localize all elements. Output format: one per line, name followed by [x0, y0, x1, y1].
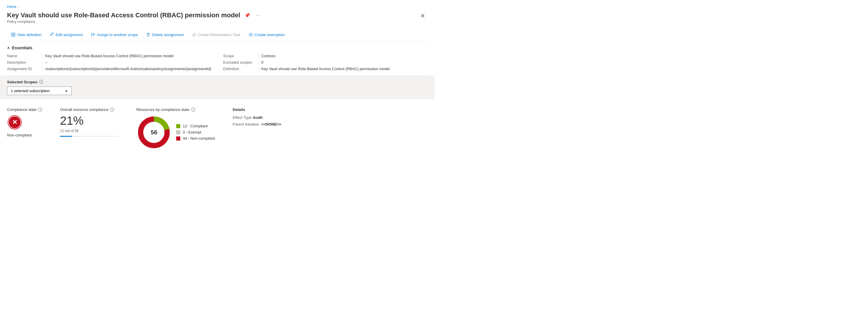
breadcrumb-home-link[interactable]: Home: [7, 5, 17, 9]
essentials-assignment-id-label: Assignment ID: [7, 67, 42, 71]
exempt-swatch: [176, 130, 180, 134]
overall-compliance-bar: [60, 136, 119, 137]
view-definition-icon: [11, 33, 15, 37]
scopes-section: Selected Scopes i 1 selected subscriptio…: [0, 76, 435, 99]
details-block: Details Effect Type Audit Parent Initiat…: [232, 107, 281, 127]
view-definition-button[interactable]: View definition: [7, 31, 46, 39]
overall-compliance-info-icon: i: [110, 107, 114, 111]
essentials-excluded-scopes-label: Excluded scopes: [223, 60, 258, 65]
legend-compliant: 12 - Compliant: [176, 124, 215, 128]
compliance-state-block: Compliance state i ✕ Non-compliant: [7, 107, 42, 137]
metrics-section: Compliance state i ✕ Non-compliant Overa…: [7, 99, 428, 156]
assign-to-another-scope-button[interactable]: Assign to another scope: [87, 31, 142, 39]
exempt-label: 0 - Exempt: [183, 130, 201, 134]
essentials-grid: Name : Key Vault should use Role-Based A…: [7, 54, 428, 75]
essentials-section: ∧ Essentials Name : Key Vault should use…: [7, 41, 428, 76]
essentials-name-value: Key Vault should use Role-Based Access C…: [45, 54, 174, 58]
svg-text:✕: ✕: [12, 119, 17, 126]
legend-items: 12 - Compliant 0 - Exempt 44 - Non-compl…: [176, 124, 215, 140]
overall-compliance-block: Overall resource compliance i 21% 12 out…: [60, 107, 119, 137]
non-compliant-label: 44 - Non-compliant: [183, 136, 215, 140]
details-title: Details: [232, 107, 281, 112]
resources-compliance-info-icon: i: [191, 107, 195, 111]
ellipsis-icon: ···: [256, 12, 260, 18]
view-definition-label: View definition: [17, 33, 42, 37]
create-exemption-label: Create exemption: [255, 33, 285, 37]
essentials-header[interactable]: ∧ Essentials: [7, 45, 428, 50]
page-title-text: Key Vault should use Role-Based Access C…: [7, 11, 240, 20]
delete-assignment-button[interactable]: Delete assignment: [142, 31, 188, 39]
effect-type-label: Effect Type: [232, 115, 252, 120]
scope-dropdown-value: 1 selected subscription: [11, 89, 50, 93]
parent-initiative-row: Parent Initiative <<NONE>>: [232, 122, 281, 127]
donut-chart: 56: [136, 115, 172, 150]
effect-type-row: Effect Type Audit: [232, 115, 281, 120]
breadcrumb-separator: ›: [18, 5, 19, 8]
essentials-scope-label: Scope: [223, 54, 258, 58]
legend-exempt: 0 - Exempt: [176, 130, 215, 134]
edit-assignment-icon: [50, 33, 54, 37]
compliant-swatch: [176, 124, 180, 128]
delete-assignment-label: Delete assignment: [152, 33, 184, 37]
page-subtitle: Policy compliance: [7, 20, 418, 24]
close-icon: ✕: [420, 12, 425, 19]
essentials-chevron-icon: ∧: [7, 46, 10, 50]
svg-rect-2: [91, 33, 94, 36]
scopes-label: Selected Scopes i: [7, 80, 428, 84]
donut-center-value: 56: [151, 129, 157, 136]
essentials-description-label: Description: [7, 60, 42, 65]
breadcrumb: Home ›: [7, 5, 428, 9]
create-remediation-task-label: Create Remediation Task: [197, 33, 241, 37]
overall-compliance-pct: 21%: [60, 115, 119, 127]
essentials-description-value: --: [45, 60, 48, 65]
essentials-definition-row: Definition : Key Vault should use Role-B…: [223, 67, 428, 71]
create-exemption-button[interactable]: Create exemption: [245, 31, 289, 39]
essentials-scope-value: Contoso: [261, 54, 275, 58]
essentials-scope-row: Scope : Contoso: [223, 54, 428, 58]
chevron-down-icon: ∨: [65, 89, 68, 93]
resources-compliance-title: Resources by compliance state i: [136, 107, 215, 112]
more-options-button[interactable]: ···: [255, 11, 261, 19]
overall-compliance-title-text: Overall resource compliance: [60, 107, 108, 112]
compliance-state-info-icon: i: [38, 107, 42, 111]
effect-type-value: Audit: [253, 115, 262, 120]
resources-compliance-title-text: Resources by compliance state: [136, 107, 189, 112]
delete-assignment-icon: [146, 33, 150, 37]
scopes-label-text: Selected Scopes: [7, 80, 37, 84]
edit-assignment-label: Edit assignment: [56, 33, 83, 37]
essentials-name-row: Name : Key Vault should use Role-Based A…: [7, 54, 211, 58]
essentials-definition-label: Definition: [223, 67, 258, 71]
non-compliant-icon: ✕: [7, 115, 22, 130]
essentials-description-row: Description : --: [7, 60, 211, 65]
scopes-info-icon: i: [39, 80, 43, 84]
compliance-state-title-text: Compliance state: [7, 107, 36, 112]
essentials-assignment-id-value: /subscriptions/{subscriptionId}/provider…: [45, 67, 211, 71]
compliance-state-value: Non-compliant: [7, 133, 42, 137]
create-exemption-icon: [249, 33, 253, 37]
compliance-state-title: Compliance state i: [7, 107, 42, 112]
edit-assignment-button[interactable]: Edit assignment: [46, 31, 87, 39]
pin-button[interactable]: 📌: [243, 11, 251, 20]
pin-icon: 📌: [244, 12, 250, 18]
essentials-excluded-scopes-value: 0: [261, 60, 264, 65]
legend-non-compliant: 44 - Non-compliant: [176, 136, 215, 140]
create-remediation-icon: [192, 33, 196, 37]
parent-initiative-value: <<NONE>>: [261, 122, 281, 127]
svg-point-3: [249, 33, 252, 36]
essentials-title: Essentials: [12, 45, 32, 50]
overall-compliance-title: Overall resource compliance i: [60, 107, 119, 112]
essentials-assignment-id-row: Assignment ID : /subscriptions/{subscrip…: [7, 67, 211, 71]
create-remediation-task-button[interactable]: Create Remediation Task: [188, 31, 245, 39]
essentials-name-label: Name: [7, 54, 42, 58]
page-title-row: Key Vault should use Role-Based Access C…: [7, 11, 418, 20]
resources-metric-row: 56 12 - Compliant 0 - Exempt 44 - Non-co…: [136, 115, 215, 150]
essentials-definition-value: Key Vault should use Role-Based Access C…: [261, 67, 390, 71]
assign-scope-icon: [91, 33, 95, 37]
assign-to-another-scope-label: Assign to another scope: [97, 33, 138, 37]
scope-dropdown[interactable]: 1 selected subscription ∨: [7, 87, 72, 95]
overall-compliance-bar-fill: [60, 136, 72, 137]
compliant-label: 12 - Compliant: [183, 124, 208, 128]
parent-initiative-label: Parent Initiative: [232, 122, 259, 127]
essentials-excluded-scopes-row: Excluded scopes : 0: [223, 60, 428, 65]
close-button[interactable]: ✕: [418, 11, 428, 21]
